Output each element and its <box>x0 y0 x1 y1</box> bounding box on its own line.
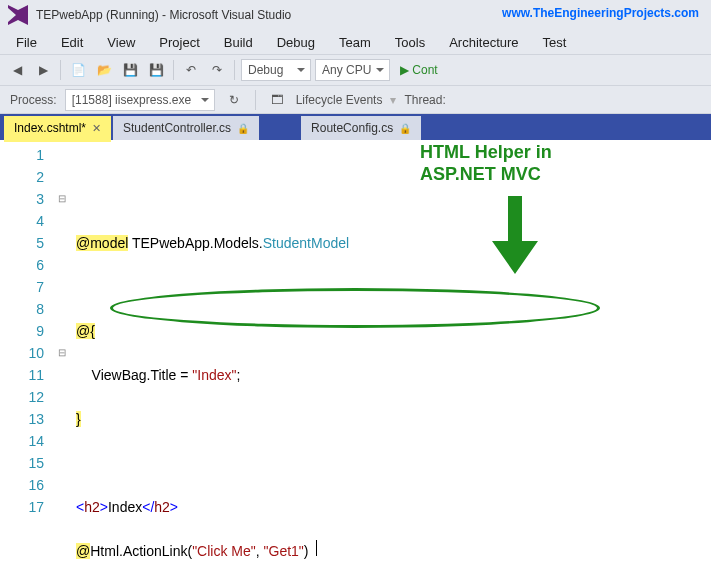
new-item-icon[interactable]: 📄 <box>67 59 89 81</box>
tab-label: RouteConfig.cs <box>311 121 393 135</box>
svg-marker-0 <box>492 196 538 274</box>
menu-team[interactable]: Team <box>329 33 381 52</box>
open-icon[interactable]: 📂 <box>93 59 115 81</box>
cycle-icon[interactable]: ↻ <box>223 89 245 111</box>
editor: 1 2 3 4 5 6 7 8 9 10 11 12 13 14 15 16 1… <box>0 140 711 587</box>
line-num: 7 <box>0 276 44 298</box>
line-num: 15 <box>0 452 44 474</box>
window-title: TEPwebApp (Running) - Microsoft Visual S… <box>36 8 291 22</box>
line-num: 12 <box>0 386 44 408</box>
line-num: 6 <box>0 254 44 276</box>
watermark-link[interactable]: www.TheEngineeringProjects.com <box>502 6 699 20</box>
line-num: 9 <box>0 320 44 342</box>
fold-icon[interactable]: ⊟ <box>54 188 70 210</box>
nav-back-icon[interactable]: ◀ <box>6 59 28 81</box>
line-num: 10 <box>0 342 44 364</box>
tab-routeconfig[interactable]: RouteConfig.cs 🔒 <box>301 116 421 140</box>
line-num: 16 <box>0 474 44 496</box>
line-num: 1 <box>0 144 44 166</box>
line-num: 13 <box>0 408 44 430</box>
menu-view[interactable]: View <box>97 33 145 52</box>
menubar: File Edit View Project Build Debug Team … <box>0 30 711 54</box>
undo-icon[interactable]: ↶ <box>180 59 202 81</box>
save-all-icon[interactable]: 💾 <box>145 59 167 81</box>
menu-tools[interactable]: Tools <box>385 33 435 52</box>
menu-architecture[interactable]: Architecture <box>439 33 528 52</box>
line-num: 2 <box>0 166 44 188</box>
line-gutter: 1 2 3 4 5 6 7 8 9 10 11 12 13 14 15 16 1… <box>0 140 54 587</box>
process-combo[interactable]: [11588] iisexpress.exe <box>65 89 215 111</box>
separator <box>255 90 256 110</box>
fold-icon[interactable]: ⊟ <box>54 342 70 364</box>
lifecycle-label: Lifecycle Events <box>296 93 383 107</box>
tabstrip: Index.cshtml* ✕ StudentController.cs 🔒 R… <box>0 114 711 140</box>
tab-label: StudentController.cs <box>123 121 231 135</box>
toolbar: ◀ ▶ 📄 📂 💾 💾 ↶ ↷ Debug Any CPU ▶ Cont <box>0 54 711 86</box>
menu-project[interactable]: Project <box>149 33 209 52</box>
fold-gutter: ⊟ ⊟ <box>54 140 70 587</box>
code-area[interactable]: HTML Helper inASP.NET MVC @model TEPwebA… <box>70 140 711 587</box>
continue-button[interactable]: ▶ Cont <box>394 63 443 77</box>
separator <box>173 60 174 80</box>
pin-icon[interactable]: 🔒 <box>237 123 249 134</box>
thread-label: Thread: <box>404 93 445 107</box>
pin-icon[interactable]: 🔒 <box>399 123 411 134</box>
lifecycle-icon[interactable]: 🗔 <box>266 89 288 111</box>
line-num: 11 <box>0 364 44 386</box>
save-icon[interactable]: 💾 <box>119 59 141 81</box>
menu-build[interactable]: Build <box>214 33 263 52</box>
tab-index-cshtml[interactable]: Index.cshtml* ✕ <box>4 116 111 140</box>
separator <box>60 60 61 80</box>
debug-toolbar: Process: [11588] iisexpress.exe ↻ 🗔 Life… <box>0 86 711 114</box>
tab-studentcontroller[interactable]: StudentController.cs 🔒 <box>113 116 259 140</box>
line-num: 5 <box>0 232 44 254</box>
solution-config-combo[interactable]: Debug <box>241 59 311 81</box>
menu-file[interactable]: File <box>6 33 47 52</box>
vs-logo-icon <box>8 5 28 25</box>
line-num: 17 <box>0 496 44 518</box>
line-num: 8 <box>0 298 44 320</box>
line-num: 14 <box>0 430 44 452</box>
continue-label: Cont <box>412 63 437 77</box>
line-num: 3 <box>0 188 44 210</box>
menu-edit[interactable]: Edit <box>51 33 93 52</box>
menu-test[interactable]: Test <box>533 33 577 52</box>
process-label: Process: <box>10 93 57 107</box>
annotation-label: HTML Helper inASP.NET MVC <box>420 142 552 185</box>
close-icon[interactable]: ✕ <box>92 122 101 135</box>
redo-icon[interactable]: ↷ <box>206 59 228 81</box>
nav-fwd-icon[interactable]: ▶ <box>32 59 54 81</box>
arrow-icon <box>490 196 540 276</box>
separator <box>234 60 235 80</box>
tab-label: Index.cshtml* <box>14 121 86 135</box>
solution-platform-combo[interactable]: Any CPU <box>315 59 390 81</box>
menu-debug[interactable]: Debug <box>267 33 325 52</box>
line-num: 4 <box>0 210 44 232</box>
